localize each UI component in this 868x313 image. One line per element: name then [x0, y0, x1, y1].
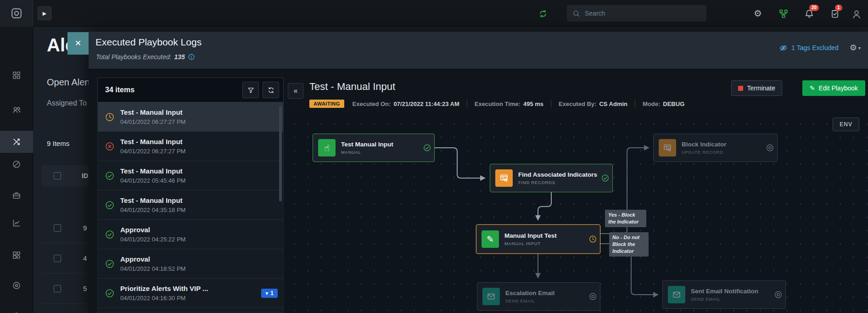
node-sent-email-notification[interactable]: Sent Email Notification SEND EMAIL: [662, 280, 786, 309]
list-item[interactable]: Test - Manual Input 04/01/2022 05:45:46 …: [98, 161, 283, 190]
row-id: 5: [83, 285, 87, 292]
executed-check-icon: [601, 174, 609, 182]
env-button[interactable]: ENV: [833, 117, 859, 131]
panel-header: Executed Playbook Logs Total Playbooks E…: [89, 32, 868, 69]
list-count: 34 items: [105, 86, 239, 94]
row-checkbox[interactable]: [54, 255, 61, 262]
playbook-run-title: Test - Manual Input: [309, 81, 395, 93]
status-badge: AWAITING: [309, 100, 344, 108]
send-email-icon: [482, 288, 500, 305]
panel-title: Executed Playbook Logs: [95, 37, 202, 48]
node-find-associated-indicators[interactable]: Find Associated Indicators FIND RECORDS: [490, 164, 613, 192]
chevron-down-icon: ▾: [265, 290, 268, 296]
tasks-count-badge: 1: [835, 5, 842, 11]
run-mode: Mode: DEBUG: [643, 101, 684, 107]
search-icon: [572, 10, 580, 17]
list-item[interactable]: Prioritize Alerts With VIP ... 04/01/202…: [98, 279, 283, 308]
executed-playbooks-list: 34 items Test - Manual Input 04/01/2022 …: [97, 78, 284, 313]
refresh-button[interactable]: [263, 82, 279, 98]
settings-gear-icon[interactable]: ⚙: [753, 9, 763, 19]
sidebar-item-connectors[interactable]: [0, 305, 33, 313]
list-item-text: Test - Manual Input 04/01/2022 04:35:18 …: [120, 196, 278, 213]
app-screen: ▶ ⚙ 20 1: [0, 0, 868, 313]
node-manual-input-test[interactable]: ✎ Manual Input Test MANUAL INPUT: [476, 224, 600, 254]
edge-label-yes[interactable]: Yes - Block the Indicator: [605, 210, 646, 227]
app-logo[interactable]: [0, 0, 33, 27]
list-item[interactable]: Approval 04/01/2022 04:25:22 PM: [98, 220, 283, 249]
info-icon[interactable]: [188, 53, 195, 61]
edit-playbook-button[interactable]: ✎ Edit Playbook: [802, 80, 865, 96]
connectors-icon[interactable]: [778, 9, 789, 19]
id-column-header[interactable]: ID: [82, 172, 88, 179]
executed-on: Executed On: 07/21/2022 11:44:23 AM: [353, 101, 459, 107]
row-checkbox[interactable]: [54, 285, 61, 292]
list-item[interactable]: Test - Manual Input 04/01/2022 04:35:18 …: [98, 190, 283, 220]
sync-status-icon[interactable]: [538, 9, 548, 19]
sidebar-item-reports[interactable]: [0, 212, 33, 234]
list-item-title: Test - Manual Input: [120, 196, 278, 204]
node-test-manual-input[interactable]: ☝ Test Manual Input MANUAL: [313, 134, 435, 162]
not-executed-icon: [766, 144, 774, 152]
node-escalation-email[interactable]: Escalation Email SEND EMAIL: [477, 282, 600, 311]
notifications-bell-icon[interactable]: 20: [804, 9, 814, 19]
terminate-button[interactable]: Terminate: [731, 80, 782, 96]
node-title: Escalation Email: [505, 290, 554, 296]
sidebar-item-dashboard[interactable]: [0, 64, 33, 86]
execution-time: Execution Time: 495 ms: [475, 101, 543, 107]
edge-label-no[interactable]: No - Do not Block the Indicator: [609, 232, 649, 257]
row-checkbox[interactable]: [54, 224, 61, 232]
status-success-icon: [105, 289, 114, 298]
open-alerts-label: Open Alerts: [47, 77, 95, 88]
row-id: 9: [83, 224, 87, 232]
status-success-icon: [105, 259, 114, 268]
list-item-title: Test - Manual Input: [120, 108, 278, 116]
node-text: Sent Email Notification SEND EMAIL: [691, 288, 758, 302]
sidebar-item-widgets[interactable]: [0, 244, 33, 266]
notifications-count-badge: 20: [809, 5, 819, 11]
executed-check-icon: [423, 144, 431, 152]
tasks-clipboard-icon[interactable]: 1: [830, 9, 840, 19]
select-all-checkbox[interactable]: [54, 172, 61, 179]
list-item[interactable]: Approval 04/01/2022 04:18:52 PM: [98, 249, 283, 279]
play-button[interactable]: ▶: [38, 6, 51, 20]
eye-off-icon: [779, 44, 788, 52]
sidebar-item-playbooks[interactable]: [0, 131, 33, 153]
node-block-indicator[interactable]: Block Indicator UPDATE RECORD: [653, 134, 778, 162]
child-playbooks-badge[interactable]: ▾ 1: [261, 289, 278, 298]
list-item[interactable]: Test - Manual Input 04/01/2022 06:27:27 …: [98, 102, 283, 132]
meta-value: 495 ms: [523, 101, 543, 107]
filter-button[interactable]: [242, 82, 259, 98]
collapse-list-button[interactable]: «: [288, 83, 303, 99]
tags-excluded-toggle[interactable]: 1 Tags Excluded: [779, 44, 838, 52]
list-item-timestamp: 04/01/2022 04:35:18 PM: [120, 207, 278, 213]
search-input[interactable]: [585, 10, 701, 17]
list-item-timestamp: 04/01/2022 04:25:22 PM: [120, 236, 278, 243]
refresh-icon: [267, 86, 275, 94]
list-item-text: Test - Manual Input 04/01/2022 06:27:27 …: [120, 138, 278, 155]
node-text: Escalation Email SEND EMAIL: [505, 290, 554, 303]
list-item-timestamp: 04/01/2022 05:45:46 PM: [120, 177, 278, 184]
chart-icon: [12, 218, 21, 228]
divider: [551, 100, 551, 107]
meta-value: CS Admin: [599, 101, 627, 107]
sidebar-item-automation[interactable]: [0, 153, 33, 175]
list-scrollbar[interactable]: [279, 106, 282, 201]
list-item-text: Prioritize Alerts With VIP ... 04/01/202…: [120, 285, 261, 302]
status-failed-icon: [105, 142, 114, 151]
assigned-to-filter[interactable]: Assigned To: [47, 99, 87, 107]
user-avatar-icon[interactable]: [851, 9, 861, 19]
list-item[interactable]: Test - Manual Input 04/01/2022 06:27:27 …: [98, 132, 283, 161]
sidebar-item-incidents[interactable]: [0, 184, 33, 207]
tags-excluded-label: 1 Tags Excluded: [791, 44, 838, 51]
search-box[interactable]: [567, 5, 706, 22]
list-item-timestamp: 04/01/2022 06:27:27 PM: [120, 148, 278, 155]
playbook-canvas[interactable]: ENV ☝ Test Manual Input MANUAL Find Asso…: [284, 113, 868, 313]
sidebar-item-help[interactable]: [0, 274, 33, 296]
node-title: Find Associated Indicators: [518, 171, 597, 178]
sidebar-item-queues[interactable]: [0, 99, 33, 121]
close-panel-button[interactable]: ✕: [67, 32, 89, 55]
update-record-icon: [659, 139, 676, 156]
manual-input-icon: ✎: [482, 230, 499, 248]
panel-settings-button[interactable]: ⚙▾: [850, 43, 861, 53]
list-item-text: Test - Manual Input 04/01/2022 06:27:27 …: [120, 108, 278, 125]
